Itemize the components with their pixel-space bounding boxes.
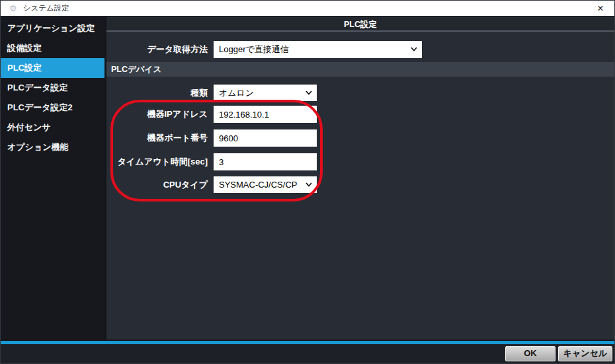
device-port-label: 機器ポート番号 (106, 129, 208, 147)
sidebar-item-plc-settings[interactable]: PLC設定 (1, 58, 104, 78)
data-acquisition-select[interactable]: Loggerで直接通信 (214, 41, 422, 58)
device-ip-input[interactable] (214, 106, 317, 123)
sidebar-item-application-settings[interactable]: アプリケーション設定 (1, 18, 104, 38)
chevron-down-icon (306, 91, 312, 95)
sidebar-item-plc-data-settings[interactable]: PLCデータ設定 (1, 78, 104, 98)
cpu-type-label: CPUタイプ (106, 176, 208, 193)
sidebar-item-equipment-settings[interactable]: 設備設定 (1, 38, 104, 58)
timeout-label: タイムアウト時間[sec] (106, 153, 208, 170)
device-type-value: オムロン (219, 87, 254, 99)
plc-settings-panel: PLC設定 データ取得方法 Loggerで直接通信 PLCデバイス 種類 オムロ… (106, 17, 614, 340)
page-title: PLC設定 (106, 18, 614, 32)
data-acquisition-label: データ取得方法 (106, 41, 208, 58)
cpu-type-select[interactable]: SYSMAC-CJ/CS/CP (214, 176, 317, 193)
cpu-type-value: SYSMAC-CJ/CS/CP (219, 180, 297, 190)
device-type-select[interactable]: オムロン (214, 85, 317, 101)
sidebar-item-plc-data-settings2[interactable]: PLCデータ設定2 (1, 98, 104, 118)
window-title: システム設定 (23, 3, 69, 13)
chevron-down-icon (306, 182, 312, 187)
device-type-label: 種類 (106, 85, 208, 101)
device-port-input[interactable] (214, 129, 317, 147)
gear-icon: ⚙ (9, 1, 17, 17)
system-settings-dialog: ⚙ システム設定 × アプリケーション設定 設備設定 PLC設定 PLCデータ設… (0, 0, 615, 364)
close-icon[interactable]: × (591, 1, 610, 17)
plc-device-section-header: PLCデバイス (106, 62, 614, 77)
footer-bar: OK キャンセル (1, 344, 614, 364)
sidebar-item-external-sensor[interactable]: 外付センサ (1, 118, 104, 137)
timeout-input[interactable] (214, 153, 317, 170)
cancel-button[interactable]: キャンセル (558, 346, 612, 361)
chevron-down-icon (411, 47, 417, 52)
device-ip-label: 機器IPアドレス (106, 106, 208, 123)
settings-sidebar: アプリケーション設定 設備設定 PLC設定 PLCデータ設定 PLCデータ設定2… (1, 17, 104, 340)
title-bar: ⚙ システム設定 × (1, 1, 614, 17)
ok-button[interactable]: OK (505, 346, 555, 361)
data-acquisition-value: Loggerで直接通信 (219, 44, 289, 55)
sidebar-item-option-features[interactable]: オプション機能 (1, 137, 104, 157)
